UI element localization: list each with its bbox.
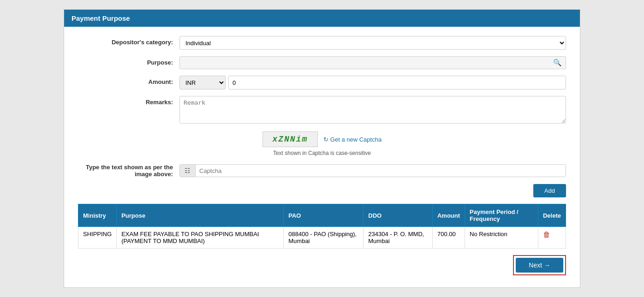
- captcha-grid-icon: ☷: [180, 165, 196, 177]
- refresh-captcha-button[interactable]: ↻ Get a new Captcha: [323, 136, 382, 143]
- captcha-text-input[interactable]: [196, 165, 566, 177]
- captcha-input-wrap: ☷: [179, 164, 566, 177]
- cell-delete: 🗑: [538, 227, 566, 249]
- captcha-input-row: Type the text shown as per the image abo…: [78, 164, 566, 178]
- payment-purpose-panel: Payment Purpose Depositor's category: In…: [64, 9, 580, 288]
- purpose-input-wrap: 🔍: [179, 56, 566, 69]
- table-body: SHIPPING EXAM FEE PAYABLE TO PAO SHIPPIN…: [78, 227, 566, 249]
- remarks-control: [179, 96, 566, 125]
- cell-payment-period: No Restriction: [465, 227, 538, 249]
- purpose-control: 🔍: [179, 56, 566, 69]
- amount-label: Amount:: [78, 76, 179, 85]
- col-pao: PAO: [284, 204, 364, 227]
- depositor-control: Individual Company Government Trust: [179, 36, 566, 50]
- cell-ddo: 234304 - P. O. MMD, Mumbai: [364, 227, 433, 249]
- captcha-hint: Text shown in Captcha is case-sensitive: [273, 150, 371, 156]
- depositor-label: Depositor's category:: [78, 36, 179, 46]
- purpose-label: Purpose:: [78, 56, 179, 66]
- remarks-label: Remarks:: [78, 96, 179, 106]
- captcha-section: xZNNim ↻ Get a new Captcha Text shown in…: [78, 131, 566, 156]
- amount-row: Amount: INR USD EUR: [78, 76, 566, 89]
- purpose-search-button[interactable]: 🔍: [549, 57, 566, 69]
- purpose-row: Purpose: 🔍: [78, 56, 566, 69]
- table-header: Ministry Purpose PAO DDO Amount Payment …: [78, 204, 566, 227]
- purposes-table: Ministry Purpose PAO DDO Amount Payment …: [78, 204, 566, 249]
- cell-ministry: SHIPPING: [78, 227, 117, 249]
- panel-title: Payment Purpose: [64, 10, 580, 27]
- table-row: SHIPPING EXAM FEE PAYABLE TO PAO SHIPPIN…: [78, 227, 566, 249]
- amount-control: INR USD EUR: [179, 76, 566, 89]
- delete-button[interactable]: 🗑: [543, 231, 550, 239]
- col-amount: Amount: [432, 204, 465, 227]
- col-purpose: Purpose: [117, 204, 284, 227]
- cell-purpose: EXAM FEE PAYABLE TO PAO SHIPPING MUMBAI …: [117, 227, 284, 249]
- col-ddo: DDO: [364, 204, 433, 227]
- purpose-input[interactable]: [180, 57, 549, 69]
- next-btn-highlight: Next →: [513, 255, 566, 275]
- depositor-select[interactable]: Individual Company Government Trust: [179, 36, 566, 50]
- remarks-row: Remarks:: [78, 96, 566, 125]
- amount-input[interactable]: [228, 76, 566, 89]
- col-ministry: Ministry: [78, 204, 117, 227]
- cell-amount: 700.00: [432, 227, 465, 249]
- refresh-captcha-label: Get a new Captcha: [330, 136, 382, 143]
- col-delete: Delete: [538, 204, 566, 227]
- add-btn-row: Add: [78, 184, 566, 197]
- next-button[interactable]: Next →: [516, 258, 563, 273]
- next-btn-row: Next →: [78, 249, 566, 278]
- col-payment-period: Payment Period / Frequency: [465, 204, 538, 227]
- amount-wrap: INR USD EUR: [179, 76, 566, 89]
- refresh-icon: ↻: [323, 136, 328, 143]
- currency-select[interactable]: INR USD EUR: [179, 76, 226, 89]
- captcha-row: xZNNim ↻ Get a new Captcha: [262, 131, 382, 147]
- remarks-textarea[interactable]: [179, 96, 566, 124]
- cell-pao: 088400 - PAO (Shipping), Mumbai: [284, 227, 364, 249]
- captcha-input-label: Type the text shown as per the image abo…: [78, 164, 179, 178]
- captcha-image: xZNNim: [262, 131, 318, 147]
- add-button[interactable]: Add: [533, 184, 566, 197]
- depositor-row: Depositor's category: Individual Company…: [78, 36, 566, 50]
